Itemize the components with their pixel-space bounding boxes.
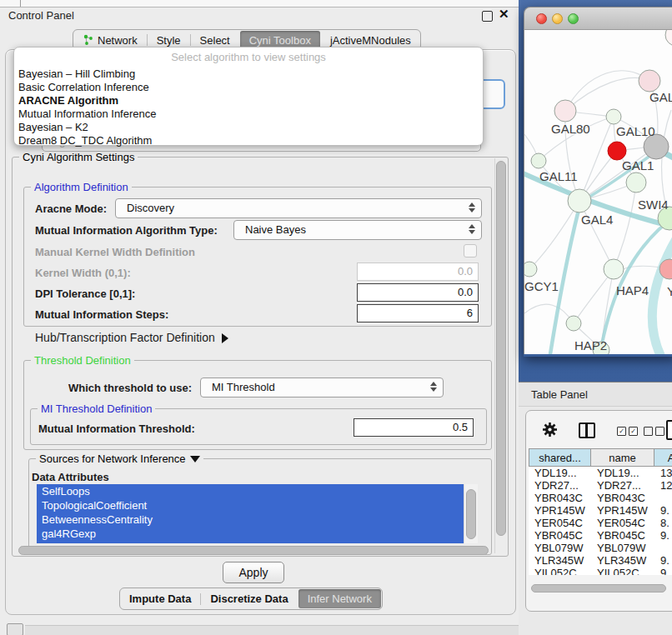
node-gal4[interactable] <box>568 189 591 212</box>
node-hap4[interactable] <box>604 259 624 279</box>
top-strip-tick <box>20 0 21 7</box>
network-window-titlebar[interactable] <box>524 7 672 30</box>
cell: 9. <box>654 504 672 517</box>
cyni-algorithm-settings-title: Cyni Algorithm Settings <box>19 151 138 163</box>
tab-jactivemnodules-label: jActiveMNodules <box>330 34 411 47</box>
column-header-shared-name[interactable]: shared... <box>529 448 591 467</box>
attribute-item[interactable]: SelfLoops <box>37 484 464 498</box>
kernel-width-field[interactable]: 0.0 <box>357 262 479 281</box>
tab-discretize-data-label: Discretize Data <box>210 592 288 605</box>
table-panel-titlebar: Table Panel <box>519 382 672 407</box>
node-partial-top[interactable] <box>665 30 672 46</box>
which-threshold-value: MI Threshold <box>212 381 275 393</box>
node-gal-pink[interactable] <box>639 70 660 92</box>
sources-group-title[interactable]: Sources for Network Inference <box>36 452 203 465</box>
attribute-item[interactable]: gal4RGexp <box>37 527 464 541</box>
hub-definition-expander[interactable]: Hub/Transcription Factor Definition <box>35 331 228 344</box>
cell: YDL19... <box>591 467 654 479</box>
manual-kernel-label: Manual Kernel Width Definition <box>35 246 195 258</box>
node-hap2[interactable] <box>566 316 581 331</box>
algorithm-option[interactable]: Basic Correlation Inference <box>14 81 483 94</box>
mi-type-label: Mutual Information Algorithm Type: <box>35 224 218 237</box>
combobox-stepper-icon <box>469 202 477 212</box>
table-header-row: shared... name A <box>529 448 672 467</box>
settings-scrollbar-thumb[interactable] <box>496 161 506 536</box>
node-gal10[interactable] <box>606 109 621 124</box>
table-row[interactable]: YBL079W YBL079W <box>529 542 672 554</box>
close-panel-icon[interactable]: ✕ <box>499 7 509 22</box>
table-row[interactable]: YBR043C YBR043C <box>529 492 672 504</box>
table-row[interactable]: YPR145W YPR145W 9. <box>529 504 672 517</box>
column-layout-icon[interactable] <box>579 422 595 438</box>
select-all-columns-icon[interactable]: ✓✓ <box>617 427 638 436</box>
which-threshold-label: Which threshold to use: <box>68 382 192 394</box>
float-panel-icon[interactable] <box>482 11 493 22</box>
expander-arrow-right-icon <box>222 333 228 343</box>
aracne-mode-combobox[interactable]: Discovery <box>115 198 482 218</box>
node-red[interactable] <box>608 142 626 160</box>
table-row[interactable]: YDL19... YDL19... 13 <box>529 467 672 479</box>
network-canvas[interactable]: GAL GAL80 GAL10 GAL1 GAL11 GAL4 SWI4 GCY… <box>524 30 672 354</box>
attribute-item[interactable]: BetweennessCentrality <box>37 512 464 527</box>
control-panel-title: Control Panel <box>8 9 74 22</box>
cell: YBL079W <box>591 542 654 554</box>
corner-widget[interactable] <box>7 623 23 635</box>
node-gal80[interactable] <box>554 100 576 122</box>
tab-select-label: Select <box>200 34 230 47</box>
window-close-button[interactable] <box>536 13 547 24</box>
table-hscrollbar-thumb[interactable] <box>531 584 666 592</box>
mi-steps-field[interactable]: 6 <box>357 304 479 322</box>
data-attributes-list: SelfLoops TopologicalCoefficient Between… <box>37 484 464 543</box>
table-row[interactable]: YLR345W YLR345W 9. <box>529 554 672 567</box>
table-settings-gear-icon[interactable] <box>542 422 558 441</box>
tab-impute-data[interactable]: Impute Data <box>120 588 200 609</box>
window-zoom-button[interactable] <box>568 13 579 24</box>
attribute-item[interactable]: TopologicalCoefficient <box>37 498 464 512</box>
table-row[interactable]: YER054C YER054C 8. <box>529 517 672 529</box>
algorithm-option-selected[interactable]: ARACNE Algorithm <box>14 94 483 108</box>
cell <box>654 542 672 554</box>
mi-type-combobox[interactable]: Naive Bayes <box>233 220 482 240</box>
node-gal11[interactable] <box>531 153 546 168</box>
tab-network-label: Network <box>98 34 138 47</box>
cyni-mode-tabbar: Impute Data Discretize Data Infer Networ… <box>119 588 383 610</box>
table-row[interactable]: YBR045C YBR045C 9. <box>529 529 672 542</box>
manual-kernel-checkbox[interactable] <box>464 244 477 258</box>
new-table-icon[interactable] <box>666 420 672 440</box>
algorithm-option[interactable]: Mutual Information Inference <box>14 108 483 121</box>
tab-discretize-data[interactable]: Discretize Data <box>201 588 297 609</box>
column-header-name[interactable]: name <box>591 448 654 467</box>
algorithm-prompt: Select algorithm to view settings <box>14 48 483 68</box>
tab-infer-network[interactable]: Infer Network <box>298 589 381 608</box>
table-row[interactable]: YDR27... YDR27... 12 <box>529 479 672 492</box>
node-table: shared... name A YDL19... YDL19... 13 YD… <box>529 448 672 575</box>
mi-threshold-field[interactable]: 0.5 <box>354 418 474 437</box>
node-label: GAL <box>649 90 672 104</box>
column-header-partial[interactable]: A <box>654 448 672 467</box>
combobox-stepper-icon <box>430 382 439 392</box>
node-label: HAP4 <box>616 283 649 298</box>
dpi-tolerance-field[interactable]: 0.0 <box>357 283 479 302</box>
algorithm-dropdown-popup: Select algorithm to view settings Bayesi… <box>13 47 484 146</box>
cell: YER054C <box>591 517 654 529</box>
cell: YBR045C <box>529 529 591 542</box>
apply-button[interactable]: Apply <box>223 562 284 583</box>
node-label: SWI4 <box>638 198 669 212</box>
node-gcy1[interactable] <box>524 262 537 277</box>
which-threshold-combobox[interactable]: MI Threshold <box>200 378 444 398</box>
deselect-all-columns-icon[interactable] <box>644 427 664 436</box>
algorithm-option[interactable]: Bayesian – Hill Climbing <box>14 68 483 81</box>
cell: YBR043C <box>591 492 654 504</box>
table-row[interactable]: YIL052C YIL052C 9 <box>529 567 672 575</box>
tab-impute-data-label: Impute Data <box>129 592 191 605</box>
settings-hscrollbar-thumb[interactable] <box>18 546 489 555</box>
window-minimize-button[interactable] <box>552 13 563 24</box>
cell: YDR27... <box>591 479 654 492</box>
node-gal1[interactable] <box>626 172 646 192</box>
algorithm-option[interactable]: Bayesian – K2 <box>14 121 483 134</box>
algorithm-option[interactable]: Dream8 DC_TDC Algorithm <box>14 134 483 148</box>
cell: 9. <box>654 529 672 542</box>
attribute-list-scrollbar-thumb[interactable] <box>466 489 476 539</box>
tab-cyni-toolbox-label: Cyni Toolbox <box>249 34 311 47</box>
cell: 9. <box>654 554 672 567</box>
